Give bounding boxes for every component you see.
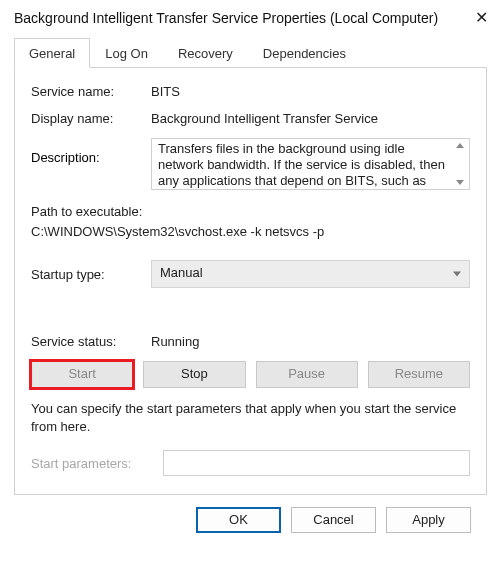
value-path: C:\WINDOWS\System32\svchost.exe -k netsv…	[31, 222, 470, 242]
description-textbox[interactable]: Transfers files in the background using …	[151, 138, 470, 190]
tab-strip: General Log On Recovery Dependencies	[14, 37, 487, 68]
hint-text: You can specify the start parameters tha…	[31, 400, 470, 436]
value-service-status: Running	[151, 334, 199, 349]
dialog-footer: OK Cancel Apply	[14, 495, 487, 533]
startup-type-value: Manual	[160, 265, 203, 280]
scroll-down-icon[interactable]	[456, 180, 464, 185]
pause-button: Pause	[256, 361, 358, 388]
resume-button: Resume	[368, 361, 470, 388]
label-display-name: Display name:	[31, 111, 151, 126]
ok-button[interactable]: OK	[196, 507, 281, 533]
stop-button[interactable]: Stop	[143, 361, 245, 388]
apply-button[interactable]: Apply	[386, 507, 471, 533]
tab-dependencies[interactable]: Dependencies	[248, 38, 361, 68]
value-display-name: Background Intelligent Transfer Service	[151, 111, 378, 126]
startup-type-select[interactable]: Manual	[151, 260, 470, 288]
label-service-status: Service status:	[31, 334, 151, 349]
start-button[interactable]: Start	[31, 361, 133, 388]
label-path: Path to executable:	[31, 202, 470, 222]
start-parameters-input[interactable]	[163, 450, 470, 476]
window-title: Background Intelligent Transfer Service …	[14, 10, 438, 26]
value-description: Transfers files in the background using …	[158, 141, 445, 190]
tab-general[interactable]: General	[14, 38, 90, 68]
description-scrollbar[interactable]	[453, 141, 467, 187]
label-start-parameters: Start parameters:	[31, 456, 163, 471]
label-service-name: Service name:	[31, 84, 151, 99]
label-startup-type: Startup type:	[31, 267, 151, 282]
scroll-up-icon[interactable]	[456, 143, 464, 148]
close-icon[interactable]: ✕	[471, 8, 491, 27]
cancel-button[interactable]: Cancel	[291, 507, 376, 533]
tab-recovery[interactable]: Recovery	[163, 38, 248, 68]
label-description: Description:	[31, 138, 151, 165]
tab-logon[interactable]: Log On	[90, 38, 163, 68]
title-bar: Background Intelligent Transfer Service …	[0, 0, 501, 33]
value-service-name: BITS	[151, 84, 180, 99]
tab-panel-general: Service name: BITS Display name: Backgro…	[14, 68, 487, 495]
